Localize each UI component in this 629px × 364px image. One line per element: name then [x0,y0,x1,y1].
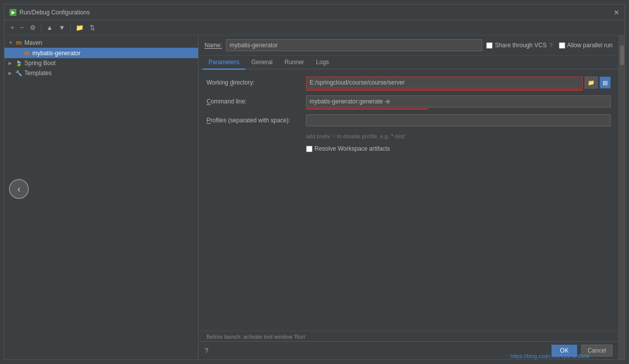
tree-label-templates: Templates [24,70,52,77]
allow-parallel-checkbox[interactable] [559,42,565,49]
scrollbar-thumb [620,45,624,65]
resolve-workspace-checkbox[interactable] [306,146,313,152]
resolve-workspace-row: Resolve Workspace artifacts [207,145,611,152]
sort-button[interactable]: ⇅ [88,23,97,32]
command-line-annotation [306,108,428,109]
folder-button[interactable]: 📁 [74,23,86,32]
allow-parallel-label: Allow parallel run [567,42,613,49]
spring-boot-icon: 🍃 [15,60,22,67]
app-icon: ▶ [9,9,16,16]
command-line-input-wrap [306,95,611,107]
profiles-input[interactable] [306,114,611,126]
profiles-input-wrap [306,114,611,126]
name-label: Name: [205,42,222,49]
name-row: Name: Share through VCS ? Allow parallel… [199,35,619,56]
command-line-row: Command line: [207,95,611,107]
resolve-workspace-option: Resolve Workspace artifacts [306,145,390,152]
move-down-button[interactable]: ▼ [57,23,67,32]
tree-item-mybatis-generator[interactable]: m mybatis-generator [4,48,198,58]
tree-label-spring: Spring Boot [24,60,56,67]
mybatis-icon: m [23,49,30,57]
allow-parallel-option: Allow parallel run [559,42,613,49]
close-button[interactable]: ✕ [614,8,620,16]
left-panel: ▼ m Maven m mybatis-generator ▶ 🍃 Spring… [4,35,199,360]
command-line-input[interactable] [306,95,611,107]
maven-icon: m [15,39,22,46]
resolve-workspace-label: Resolve Workspace artifacts [314,145,390,152]
working-dir-annotation [306,90,583,91]
main-content: ▼ m Maven m mybatis-generator ▶ 🍃 Spring… [4,35,625,360]
tab-general[interactable]: General [245,56,279,70]
command-line-label: Command line: [207,98,306,105]
share-vcs-checkbox[interactable] [486,42,493,49]
share-vcs-label: Share through VCS [495,42,546,49]
profiles-row: Profiles (separated with space): [207,114,611,126]
title-bar: ▶ Run/Debug Configurations ✕ [4,4,625,20]
expand-arrow-templates: ▶ [8,71,13,76]
dialog-title: Run/Debug Configurations [19,9,90,16]
expand-arrow-spring: ▶ [8,61,13,66]
tree-item-templates[interactable]: ▶ 🔧 Templates [4,68,198,78]
working-directory-input[interactable] [306,77,583,89]
copy-button[interactable]: ⚙ [28,23,38,32]
tree-item-maven[interactable]: ▼ m Maven [4,37,198,48]
footer-hint-text: Before launch: activate tool window 'Run… [207,332,306,340]
right-panel: Name: Share through VCS ? Allow parallel… [199,35,619,360]
help-button[interactable]: ? [205,347,209,355]
parameters-form: Working directory: 📁 ▤ [199,70,619,331]
working-directory-row: Working directory: 📁 ▤ [207,77,611,89]
tab-parameters[interactable]: Parameters [203,56,245,70]
tab-logs[interactable]: Logs [310,56,335,70]
browse-folder-button[interactable]: 📁 [585,77,598,89]
watermark: https://blog.csdn.net/liyananBest [511,353,589,359]
back-button[interactable]: ‹ [9,179,29,199]
back-arrow-icon: ‹ [17,184,20,194]
tree-label-mybatis: mybatis-generator [32,50,81,57]
share-vcs-option: Share through VCS ? [486,42,552,49]
tree-item-spring-boot[interactable]: ▶ 🍃 Spring Boot [4,58,198,68]
bottom-left: ? [205,347,209,355]
tree-label-maven: Maven [24,39,42,46]
working-directory-label: Working directory: [207,79,306,86]
name-input[interactable] [226,39,482,51]
title-bar-left: ▶ Run/Debug Configurations [9,9,90,16]
toolbar: + − ⚙ ▲ ▼ 📁 ⇅ [4,20,625,35]
expand-arrow-mybatis [16,51,21,56]
folder-icon: 📁 [588,80,595,86]
right-scrollbar[interactable] [619,35,625,360]
configuration-tree: ▼ m Maven m mybatis-generator ▶ 🍃 Spring… [4,35,198,360]
profiles-label: Profiles (separated with space): [207,117,306,124]
tabs-bar: Parameters General Runner Logs [199,56,619,70]
share-vcs-help-icon: ? [549,42,552,48]
working-directory-input-wrap: 📁 ▤ [306,77,611,89]
remove-button[interactable]: − [18,23,26,32]
browse-icon: ▤ [603,80,608,86]
templates-icon: 🔧 [15,70,22,77]
expand-arrow-maven: ▼ [8,40,13,45]
toolbar-separator [41,23,41,32]
profiles-hint: add prefix '-' to disable profile, e.g. … [207,133,611,139]
move-up-button[interactable]: ▲ [44,23,55,32]
tab-runner[interactable]: Runner [279,56,310,70]
browse-button-2[interactable]: ▤ [600,77,611,89]
toolbar-separator2 [70,23,71,32]
add-button[interactable]: + [8,23,16,32]
footer-hint-area: Before launch: activate tool window 'Run… [199,331,619,341]
run-debug-dialog: ▶ Run/Debug Configurations ✕ + − ⚙ ▲ ▼ 📁… [4,4,625,360]
